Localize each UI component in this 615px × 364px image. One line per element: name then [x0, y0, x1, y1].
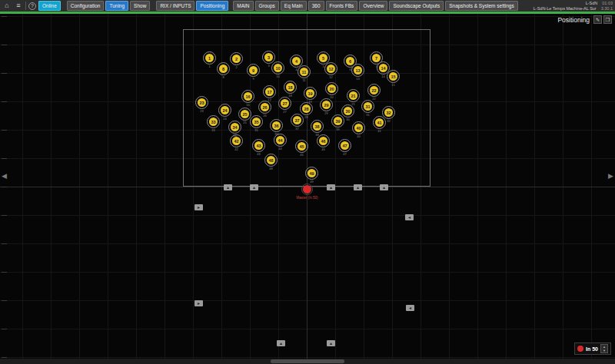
sound-object-number: 45 [298, 142, 306, 151]
sound-object-21[interactable]: 2121 [347, 89, 360, 102]
sound-object-28[interactable]: 2828 [300, 102, 313, 115]
tab-360[interactable]: 360 [308, 1, 324, 11]
sound-object-label: 27 [283, 110, 286, 114]
menu-icon[interactable]: ≡ [14, 1, 23, 11]
speaker-icon[interactable]: ▴ [354, 184, 362, 190]
sound-object-46[interactable]: 4646 [317, 134, 330, 147]
tab-main[interactable]: MAIN [233, 1, 253, 11]
home-icon[interactable]: ⌂ [2, 1, 12, 11]
sound-object-number: 49 [308, 169, 316, 177]
tab-overview[interactable]: Overview [359, 1, 387, 11]
horizontal-scrollbar[interactable] [0, 359, 615, 364]
tab-groups[interactable]: Groups [255, 1, 279, 11]
speaker-icon[interactable]: ▴ [380, 184, 388, 190]
tab-configuration[interactable]: Configuration [67, 1, 105, 11]
tab-soundscape-outputs[interactable]: Soundscape Outputs [389, 1, 444, 11]
sound-object-35[interactable]: 3535 [250, 115, 263, 128]
stepper-down-icon[interactable]: ▼ [603, 349, 606, 352]
object-selector-stepper[interactable]: ▲ ▼ [600, 344, 608, 353]
help-icon[interactable]: ? [28, 2, 36, 10]
speaker-icon[interactable]: ▴ [224, 184, 232, 190]
sound-object-31[interactable]: 3131 [361, 100, 374, 113]
sound-object-42[interactable]: 4242 [230, 134, 243, 147]
sound-object-49[interactable]: 4949 [305, 167, 318, 180]
sound-object-number: 34 [231, 123, 239, 131]
pan-left-button[interactable]: ◀ [1, 169, 8, 183]
edit-icon[interactable]: ✎ [593, 15, 602, 24]
sound-object-12[interactable]: 1212 [324, 62, 337, 75]
tab-show[interactable]: Show [130, 1, 150, 11]
sound-object-47[interactable]: 4747 [338, 139, 351, 152]
ruler-tick [2, 300, 7, 301]
tab-eq-main[interactable]: Eq Main [281, 1, 307, 11]
tab-positioning[interactable]: Positioning [196, 1, 228, 11]
sound-object-25[interactable]: 2525 [238, 108, 251, 121]
speaker-icon[interactable]: ▴ [277, 340, 285, 346]
sound-object-29[interactable]: 2929 [320, 98, 333, 111]
top-toolbar: ⌂ ≡ ? OnlineConfigurationTuningShowRIX /… [0, 0, 615, 12]
speaker-icon[interactable]: ◂ [405, 214, 414, 220]
sound-object-19[interactable]: 1919 [304, 87, 317, 100]
app-version: 3.30.1 [601, 6, 613, 11]
sound-object-8[interactable]: 88 [217, 62, 230, 75]
sound-object-label: 45 [300, 153, 303, 157]
sound-object-11[interactable]: 1111 [298, 65, 311, 78]
sound-object-label: 14 [381, 74, 384, 78]
sound-object-15[interactable]: 1515 [387, 70, 400, 83]
sound-object-43[interactable]: 4343 [252, 139, 265, 152]
sound-object-22[interactable]: 2222 [367, 84, 381, 97]
tab-rix-inputs[interactable]: RIX / INPUTS [156, 1, 194, 11]
ruler [0, 14, 10, 359]
sound-object-37[interactable]: 3737 [291, 114, 304, 127]
tab-tuning[interactable]: Tuning [105, 1, 128, 11]
toolbar-tabs: OnlineConfigurationTuningShowRIX / INPUT… [38, 1, 518, 11]
sound-object-17[interactable]: 1717 [263, 85, 276, 98]
sound-object-41[interactable]: 4141 [373, 116, 386, 129]
sound-object-20[interactable]: 2020 [325, 82, 338, 95]
sound-object-27[interactable]: 2727 [278, 97, 291, 110]
sound-object-32[interactable]: 3232 [382, 106, 395, 119]
positioning-canvas[interactable]: 1122334455667788991010111112121313141415… [0, 14, 615, 364]
sound-object-1[interactable]: 11 [203, 51, 216, 65]
sound-object-label: 35 [254, 128, 258, 132]
sound-object-34[interactable]: 3434 [228, 121, 241, 134]
tab-online[interactable]: Online [38, 1, 61, 11]
speaker-icon[interactable]: ▴ [327, 340, 335, 346]
speaker-icon[interactable]: ▴ [327, 184, 335, 190]
sound-object-48[interactable]: 4848 [264, 154, 278, 167]
sound-object-24[interactable]: 2424 [218, 104, 231, 117]
pan-right-button[interactable]: ▶ [607, 169, 614, 183]
sound-object-44[interactable]: 4444 [274, 134, 287, 147]
sound-object-2[interactable]: 22 [230, 52, 243, 65]
sound-object-number: 43 [254, 141, 263, 150]
sound-object-45[interactable]: 4545 [295, 140, 308, 153]
sound-object-13[interactable]: 1313 [351, 64, 364, 77]
sound-object-23[interactable]: 2323 [195, 96, 208, 109]
speaker-icon[interactable]: ▴ [250, 184, 258, 190]
detach-window-icon[interactable]: ❐ [603, 15, 612, 24]
sound-object-10[interactable]: 1010 [271, 61, 284, 74]
horizontal-scrollbar-thumb[interactable] [271, 359, 344, 363]
speaker-icon[interactable]: ▸ [194, 204, 203, 210]
master-object[interactable]: Master (In 50) [301, 184, 313, 195]
sound-object-9[interactable]: 99 [247, 64, 260, 77]
sound-object-18[interactable]: 1818 [284, 81, 297, 94]
sound-object-3[interactable]: 33 [262, 51, 275, 64]
sound-object-label: 22 [372, 97, 375, 101]
speaker-icon[interactable]: ◂ [406, 305, 414, 311]
sound-object-38[interactable]: 3838 [311, 120, 324, 133]
sound-object-number: 20 [327, 84, 336, 93]
sound-object-40[interactable]: 4040 [352, 121, 365, 134]
sound-object-39[interactable]: 3939 [331, 114, 344, 127]
sound-object-number: 9 [249, 66, 258, 74]
tab-fronts-fbs[interactable]: Fronts FBs [326, 1, 358, 11]
sound-object-label: 23 [200, 109, 203, 113]
sound-object-33[interactable]: 3333 [207, 115, 220, 128]
sound-object-16[interactable]: 1616 [241, 90, 254, 103]
sound-object-label: 37 [295, 127, 298, 131]
sound-object-26[interactable]: 2626 [258, 101, 271, 114]
sound-object-30[interactable]: 3030 [341, 104, 354, 117]
speaker-icon[interactable]: ▸ [194, 300, 203, 306]
tab-snapshots-system-settings[interactable]: Snapshots & System settings [445, 1, 518, 11]
sound-object-36[interactable]: 3636 [270, 119, 283, 132]
